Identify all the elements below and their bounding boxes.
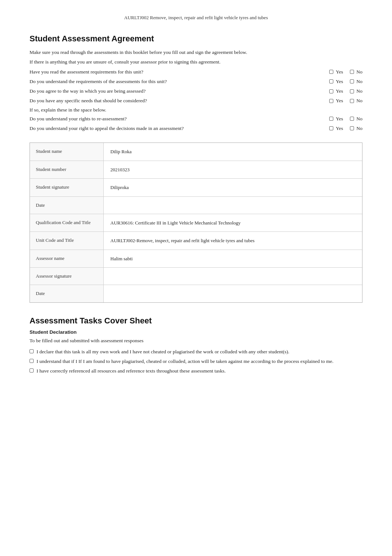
no-radio-box-2[interactable] (350, 79, 354, 83)
table-row-assessor-name: Assessor name Halim sabti (30, 250, 362, 268)
table-row-date-1: Date (30, 197, 362, 214)
table-row-student-number: Student number 20210323 (30, 161, 362, 179)
no-label-3[interactable]: No (350, 87, 363, 95)
yes-label-1[interactable]: Yes (329, 68, 343, 76)
no-radio-box-rights[interactable] (350, 117, 354, 121)
no-label-rights[interactable]: No (350, 115, 363, 123)
no-label-4[interactable]: No (350, 97, 363, 104)
bullet-icon-3 (30, 368, 34, 373)
yes-label-appeal[interactable]: Yes (329, 125, 343, 132)
question-row-rights: Do you understand your rights to re-asse… (30, 115, 362, 123)
table-row-assessor-signature: Assessor signature (30, 268, 362, 285)
question-text-4: Do you have any specific needs that shou… (30, 97, 329, 104)
yes-label-4[interactable]: Yes (329, 97, 343, 104)
no-label-2[interactable]: No (350, 78, 363, 85)
yes-label-2[interactable]: Yes (329, 78, 343, 85)
section-title-agreement: Student Assessment Agreement (30, 34, 362, 44)
intro-line-2: If there is anything that you are unsure… (30, 58, 362, 66)
student-info-table: Student name Dilip Roka Student number 2… (30, 143, 362, 303)
subsection-student-declaration: Student Declaration (30, 329, 362, 335)
table-value-date-1 (104, 197, 362, 214)
question-row-4: Do you have any specific needs that shou… (30, 97, 362, 104)
declaration-text-1: I declare that this task is all my own w… (37, 348, 289, 356)
yes-radio-box-1[interactable] (329, 70, 333, 74)
yes-radio-box-2[interactable] (329, 79, 333, 83)
declaration-text-3: I have correctly referenced all resource… (37, 367, 226, 375)
question-row-3: Do you agree to the way in which you are… (30, 87, 362, 95)
no-radio-box-3[interactable] (350, 89, 354, 93)
table-label-assessor-signature: Assessor signature (30, 268, 104, 285)
table-row-unit-code: Unit Code and Title AURLTJ002-Remove, in… (30, 232, 362, 250)
question-text-2: Do you understand the requirements of th… (30, 78, 329, 85)
page-header-title: AURLTJ002 Remove, inspect, repair and re… (30, 15, 362, 21)
question-text-3: Do you agree to the way in which you are… (30, 87, 329, 95)
table-label-unit-code: Unit Code and Title (30, 232, 104, 250)
table-value-student-signature: Diliproka (104, 179, 362, 196)
yes-radio-box-rights[interactable] (329, 117, 333, 121)
table-label-student-name: Student name (30, 143, 104, 161)
yes-no-4: Yes No (329, 97, 362, 104)
table-label-date-2: Date (30, 285, 104, 302)
table-label-qualification: Qualification Code and Title (30, 214, 104, 232)
no-radio-box-4[interactable] (350, 99, 354, 103)
yes-radio-box-4[interactable] (329, 99, 333, 103)
question-text-1: Have you read the assessment requirement… (30, 68, 329, 76)
yes-no-1: Yes No (329, 68, 362, 76)
question-text-rights: Do you understand your rights to re-asse… (30, 115, 323, 123)
fill-text: To be filled out and submitted with asse… (30, 337, 362, 344)
table-label-date-1: Date (30, 197, 104, 214)
table-label-student-signature: Student signature (30, 179, 104, 196)
declaration-item-2: I understand that if I If I am found to … (30, 358, 362, 365)
table-label-assessor-name: Assessor name (30, 250, 104, 268)
question-row-1: Have you read the assessment requirement… (30, 68, 362, 76)
section-title-cover-sheet: Assessment Tasks Cover Sheet (30, 316, 362, 326)
table-row-date-2: Date (30, 285, 362, 302)
intro-line-1: Make sure you read through the assessmen… (30, 49, 362, 56)
table-value-assessor-signature (104, 268, 362, 285)
yes-no-2: Yes No (329, 78, 362, 85)
table-value-qualification: AUR30616: Certificate III in Light Vehic… (104, 214, 362, 232)
no-label-1[interactable]: No (350, 68, 363, 76)
table-row-student-name: Student name Dilip Roka (30, 143, 362, 161)
question-row-appeal: Do you understand your right to appeal t… (30, 125, 362, 132)
yes-radio-box-3[interactable] (329, 89, 333, 93)
table-value-student-number: 20210323 (104, 161, 362, 179)
yes-label-rights[interactable]: Yes (329, 115, 343, 123)
yes-no-3: Yes No (329, 87, 362, 95)
declaration-text-2: I understand that if I If I am found to … (37, 358, 333, 365)
if-so-text: If so, explain these in the space below. (30, 107, 362, 113)
table-value-student-name: Dilip Roka (104, 143, 362, 161)
declaration-item-3: I have correctly referenced all resource… (30, 367, 362, 375)
no-radio-box-appeal[interactable] (350, 126, 354, 130)
yes-no-appeal: Yes No (329, 125, 362, 132)
yes-no-rights: Yes No (329, 115, 362, 123)
yes-radio-box-appeal[interactable] (329, 126, 333, 130)
table-value-date-2 (104, 285, 362, 302)
table-row-student-signature: Student signature Diliproka (30, 179, 362, 197)
table-row-qualification: Qualification Code and Title AUR30616: C… (30, 214, 362, 232)
declaration-item-1: I declare that this task is all my own w… (30, 348, 362, 356)
bullet-icon-1 (30, 349, 34, 353)
question-text-appeal: Do you understand your right to appeal t… (30, 125, 329, 132)
bullet-icon-2 (30, 359, 34, 363)
no-label-appeal[interactable]: No (350, 125, 363, 132)
question-row-2: Do you understand the requirements of th… (30, 78, 362, 85)
no-radio-box-1[interactable] (350, 70, 354, 74)
table-label-student-number: Student number (30, 161, 104, 179)
yes-label-3[interactable]: Yes (329, 87, 343, 95)
table-value-unit-code: AURLTJ002-Remove, inspect, repair and re… (104, 232, 362, 250)
table-value-assessor-name: Halim sabti (104, 250, 362, 268)
